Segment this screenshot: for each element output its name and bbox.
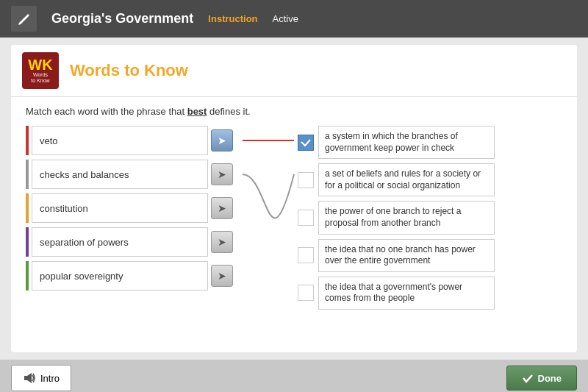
- matching-wrapper: veto ➤ checks and balances ➤: [26, 126, 562, 313]
- def-checkbox-5[interactable]: [298, 285, 314, 301]
- veto-arrow-btn[interactable]: ➤: [211, 129, 233, 152]
- word-item-veto: veto ➤: [26, 126, 239, 155]
- word-label-separation: separation of powers: [40, 237, 129, 248]
- word-item-checks: checks and balances ➤: [26, 160, 239, 189]
- word-box-constitution: constitution: [32, 193, 208, 223]
- def-item-5: the idea that a government's power comes…: [298, 277, 496, 310]
- done-button[interactable]: Done: [506, 366, 578, 391]
- def-box-2: a set of beliefs and rules for a society…: [318, 163, 495, 196]
- word-box-veto: veto: [32, 126, 208, 155]
- word-label-veto: veto: [40, 135, 58, 146]
- logo-letters: WK: [28, 57, 52, 72]
- word-label-checks: checks and balances: [40, 169, 129, 180]
- separation-arrow-btn[interactable]: ➤: [211, 231, 233, 253]
- word-box-sovereignty: popular sovereignty: [32, 261, 208, 291]
- card-title: Words to Know: [70, 61, 188, 80]
- card-header: WK Wordsto Know Words to Know: [11, 45, 577, 97]
- lines-area: [239, 126, 298, 313]
- instruction-bold: best: [187, 106, 207, 117]
- intro-button[interactable]: Intro: [11, 365, 71, 391]
- instruction-prefix: Match each word with the phrase that: [26, 106, 184, 117]
- defs-column: a system in which the branches of govern…: [298, 126, 496, 310]
- def-text-3: the power of one branch to reject a prop…: [325, 206, 488, 229]
- svg-marker-1: [27, 373, 32, 383]
- intro-label: Intro: [40, 373, 60, 384]
- top-bar: Georgia's Government Instruction Active: [0, 0, 588, 38]
- instruction-suffix: defines it.: [209, 106, 251, 117]
- active-label: Active: [273, 13, 298, 24]
- checks-arrow-btn[interactable]: ➤: [211, 163, 233, 185]
- word-item-constitution: constitution ➤: [26, 193, 239, 223]
- word-item-separation: separation of powers ➤: [26, 227, 239, 257]
- def-text-4: the idea that no one branch has power ov…: [325, 244, 488, 267]
- logo-sub: Wordsto Know: [31, 72, 49, 85]
- def-box-1: a system in which the branches of govern…: [318, 126, 495, 159]
- main-content: WK Wordsto Know Words to Know Match each…: [0, 38, 588, 360]
- word-item-sovereignty: popular sovereignty ➤: [26, 261, 239, 291]
- svg-rect-0: [24, 376, 27, 380]
- app-title: Georgia's Government: [51, 11, 193, 26]
- card: WK Wordsto Know Words to Know Match each…: [11, 45, 577, 352]
- connection-lines: [239, 126, 298, 310]
- word-label-sovereignty: popular sovereignty: [40, 271, 123, 282]
- constitution-arrow-btn[interactable]: ➤: [211, 197, 233, 219]
- def-checkbox-2[interactable]: [298, 172, 314, 188]
- veto-color-bar: [26, 126, 29, 155]
- def-checkbox-1[interactable]: [298, 135, 314, 151]
- def-text-5: the idea that a government's power comes…: [325, 282, 488, 304]
- instruction-label: Instruction: [208, 13, 257, 24]
- done-label: Done: [538, 373, 562, 384]
- card-body: Match each word with the phrase that bes…: [11, 97, 577, 321]
- def-item-4: the idea that no one branch has power ov…: [298, 239, 496, 272]
- logo: WK Wordsto Know: [22, 52, 59, 89]
- words-column: veto ➤ checks and balances ➤: [26, 126, 239, 291]
- speaker-icon: [23, 371, 36, 385]
- def-item-1: a system in which the branches of govern…: [298, 126, 496, 159]
- def-checkbox-4[interactable]: [298, 247, 314, 263]
- bottom-bar: Intro Done: [0, 360, 588, 392]
- constitution-color-bar: [26, 193, 29, 223]
- def-box-4: the idea that no one branch has power ov…: [318, 239, 495, 272]
- sovereignty-arrow-btn[interactable]: ➤: [211, 265, 233, 287]
- sovereignty-color-bar: [26, 261, 29, 291]
- check-icon: [522, 372, 534, 384]
- def-item-2: a set of beliefs and rules for a society…: [298, 163, 496, 196]
- def-checkbox-3[interactable]: [298, 210, 314, 226]
- def-text-2: a set of beliefs and rules for a society…: [325, 168, 488, 191]
- word-box-checks: checks and balances: [32, 160, 208, 189]
- def-box-5: the idea that a government's power comes…: [318, 277, 495, 310]
- def-item-3: the power of one branch to reject a prop…: [298, 201, 496, 234]
- pencil-icon: [11, 6, 37, 32]
- checks-color-bar: [26, 160, 29, 189]
- instruction-text: Match each word with the phrase that bes…: [26, 106, 562, 117]
- separation-color-bar: [26, 227, 29, 257]
- def-text-1: a system in which the branches of govern…: [325, 131, 488, 154]
- def-box-3: the power of one branch to reject a prop…: [318, 201, 495, 234]
- word-box-separation: separation of powers: [32, 227, 208, 257]
- word-label-constitution: constitution: [40, 203, 88, 214]
